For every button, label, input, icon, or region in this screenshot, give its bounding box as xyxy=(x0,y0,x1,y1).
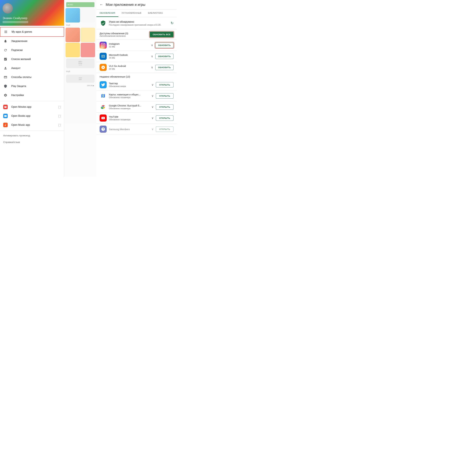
twitter-open-button[interactable]: ОТКРЫТЬ xyxy=(156,82,174,87)
vlc-name: VLC for Android xyxy=(109,65,151,67)
tab-installed[interactable]: УСТАНОВЛЕННЫЕ xyxy=(118,9,145,17)
chrome-info: Google Chrome: быстрый б... Обновлено по… xyxy=(109,104,151,110)
sidebar-item-music[interactable]: Open Music app ⬚ xyxy=(0,120,64,129)
subscriptions-label: Подписки xyxy=(11,49,61,52)
sidebar-item-account[interactable]: Аккаунт xyxy=(0,64,64,73)
profile-name: Энакин Скайуокер xyxy=(3,17,62,20)
right-header: ← Мои приложения и игры xyxy=(96,0,177,9)
instagram-chevron-icon[interactable]: ∨ xyxy=(151,43,153,47)
checklist-icon xyxy=(3,57,8,61)
play-protect-label: Play Защита xyxy=(11,85,61,88)
twitter-name: Твиттер xyxy=(109,82,151,85)
outlook-chevron-icon[interactable]: ∨ xyxy=(151,55,153,58)
youtube-open-button[interactable]: ОТКРЫТЬ xyxy=(156,115,174,121)
instagram-info: Instagram 31 МБ xyxy=(109,42,151,48)
sidebar-item-help[interactable]: Справка/отзыв xyxy=(0,139,64,145)
sidebar-item-wishlist[interactable]: Список желаний xyxy=(0,55,64,64)
account-label: Аккаунт xyxy=(11,67,61,70)
right-panel: ← Мои приложения и игры ОБНОВЛЕНИЯ УСТАН… xyxy=(96,0,177,177)
background-content: MUSIC ЕЩЁ AliExSmar 63 M ЕЩЁ Yandlister … xyxy=(64,0,96,177)
maps-name: Карты: навигация и общес... xyxy=(109,93,151,96)
outlook-icon xyxy=(100,53,107,60)
tab-library[interactable]: БИБЛИОТЕКА xyxy=(145,9,166,17)
instagram-update-button[interactable]: ОБНОВИТЬ xyxy=(155,43,174,48)
sidebar-item-play-protect[interactable]: Play Защита xyxy=(0,82,64,91)
chrome-subtitle: Обновлено позавчера xyxy=(109,107,151,110)
sidebar-item-payment[interactable]: Способы оплаты xyxy=(0,73,64,82)
app-item-vlc: VLC for Android 20 МБ ∨ ОБНОВИТЬ xyxy=(96,62,177,73)
samsung-name: Samsung Members xyxy=(109,128,151,131)
tabs-row: ОБНОВЛЕНИЯ УСТАНОВЛЕННЫЕ БИБЛИОТЕКА xyxy=(96,9,177,17)
person-icon xyxy=(3,66,8,70)
instagram-size: 31 МБ xyxy=(109,46,151,48)
youtube-info: YouTube Обновлено позавчера xyxy=(109,115,151,121)
twitter-subtitle: Обновлено вчера xyxy=(109,85,151,87)
youtube-subtitle: Обновлено позавчера xyxy=(109,118,151,121)
samsung-info: Samsung Members xyxy=(109,128,151,131)
twitter-info: Твиттер Обновлено вчера xyxy=(109,82,151,87)
vlc-info: VLC for Android 20 МБ xyxy=(109,65,151,70)
back-button[interactable]: ← xyxy=(100,3,103,7)
promo-label: Активировать промокод xyxy=(3,134,30,137)
sidebar-item-notifications[interactable]: Уведомления xyxy=(0,37,64,46)
chrome-chevron-icon[interactable]: ∨ xyxy=(151,105,154,109)
youtube-chevron-icon[interactable]: ∨ xyxy=(151,116,154,120)
twitter-icon xyxy=(100,81,107,88)
sidebar-item-promo[interactable]: Активировать промокод xyxy=(0,132,64,139)
outlook-info: Microsoft Outlook 34 МБ xyxy=(109,54,151,59)
maps-open-button[interactable]: ОТКРЫТЬ xyxy=(156,93,174,99)
chrome-icon xyxy=(100,103,107,110)
recently-updated-header: Недавно обновленные (13) xyxy=(96,73,177,79)
security-refresh-icon[interactable]: ↻ xyxy=(171,21,174,25)
app-item-youtube: YouTube Обновлено позавчера ∨ ОТКРЫТЬ xyxy=(96,113,177,124)
settings-label: Настройки xyxy=(11,94,61,97)
chrome-open-button[interactable]: ОТКРЫТЬ xyxy=(156,104,174,110)
outlook-size: 34 МБ xyxy=(109,57,151,59)
vlc-icon xyxy=(100,64,107,71)
divider-2 xyxy=(0,131,64,131)
samsung-open-button[interactable]: ОТКРЫТЬ xyxy=(156,127,174,132)
movies-arrow-icon: ⬚ xyxy=(58,105,61,109)
maps-info: Карты: навигация и общес... Обновлено по… xyxy=(109,93,151,99)
profile-email-blur xyxy=(3,21,28,23)
vlc-chevron-icon[interactable]: ∨ xyxy=(151,66,153,69)
sidebar-item-settings[interactable]: Настройки xyxy=(0,91,64,100)
outlook-update-button[interactable]: ОБНОВИТЬ xyxy=(155,54,174,59)
page-title: Мои приложения и игры xyxy=(106,3,145,7)
twitter-chevron-icon[interactable]: ∨ xyxy=(151,83,154,87)
music-label: Open Music app xyxy=(11,124,58,126)
security-title: Угроз не обнаружено xyxy=(109,20,171,23)
app-item-chrome: Google Chrome: быстрый б... Обновлено по… xyxy=(96,101,177,113)
nav-list: My apps & games Уведомления Подписки xyxy=(0,26,64,177)
tab-updates[interactable]: ОБНОВЛЕНИЯ xyxy=(96,9,118,17)
books-arrow-icon: ⬚ xyxy=(58,114,61,118)
app-item-maps: Карты: навигация и общес... Обновлено по… xyxy=(96,90,177,101)
avatar xyxy=(3,3,13,14)
samsung-chevron-icon[interactable]: ∨ xyxy=(151,127,154,131)
movies-label: Open Movies app xyxy=(11,105,58,108)
youtube-icon xyxy=(100,114,107,122)
shield-icon xyxy=(3,84,8,88)
sidebar-item-subscriptions[interactable]: Подписки xyxy=(0,46,64,55)
app-item-samsung: Samsung Members ∨ ОТКРЫТЬ xyxy=(96,124,177,135)
update-all-button[interactable]: ОБНОВИТЬ ВСЕ xyxy=(150,32,174,37)
updates-count-title: Доступны обновления (3) xyxy=(100,32,150,35)
maps-chevron-icon[interactable]: ∨ xyxy=(151,94,154,98)
vlc-update-button[interactable]: ОБНОВИТЬ xyxy=(155,65,174,70)
my-apps-label: My apps & games xyxy=(12,30,61,33)
movies-icon xyxy=(3,105,8,109)
chrome-name: Google Chrome: быстрый б... xyxy=(109,104,151,107)
music-arrow-icon: ⬚ xyxy=(58,123,61,127)
instagram-icon xyxy=(100,42,107,49)
security-text: Угроз не обнаружено Последнее сканирован… xyxy=(109,20,171,26)
right-body: Угроз не обнаружено Последнее сканирован… xyxy=(96,17,177,177)
divider-1 xyxy=(0,101,64,101)
sidebar-item-books[interactable]: Open Books app ⬚ xyxy=(0,111,64,120)
maps-subtitle: Обновлено позавчера xyxy=(109,96,151,99)
card-icon xyxy=(3,75,8,79)
notifications-label: Уведомления xyxy=(11,40,61,43)
sidebar-item-my-apps[interactable]: My apps & games xyxy=(0,27,64,37)
sidebar-item-movies[interactable]: Open Movies app ⬚ xyxy=(0,102,64,111)
books-label: Open Books app xyxy=(11,114,58,117)
wishlist-label: Список желаний xyxy=(11,58,61,61)
